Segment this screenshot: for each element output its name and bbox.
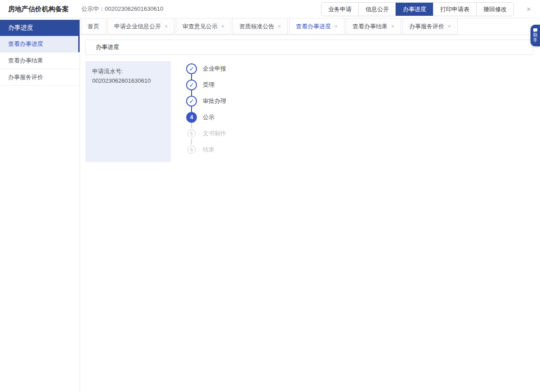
nav-button-progress[interactable]: 办事进度: [395, 2, 433, 16]
nav-button-business-apply[interactable]: 业务申请: [321, 3, 358, 16]
serial-number-label: 申请流水号:: [92, 67, 164, 76]
tab-close-icon[interactable]: ×: [221, 24, 224, 29]
step-check-icon: ✓: [186, 80, 197, 90]
step-connector: [191, 107, 192, 112]
serial-number-panel: 申请流水号: 002023062601630610: [85, 61, 171, 162]
app-title: 房地产估价机构备案: [8, 5, 69, 13]
tab-apply-company-info[interactable]: 申请企业信息公开 ×: [107, 18, 174, 35]
main-area: 首页 申请企业信息公开 × 审查意见公示 × 资质核准公告 × 查看办事进度 ×: [80, 18, 540, 392]
step-label: 结束: [203, 146, 214, 154]
assistant-button[interactable]: 助手: [531, 25, 540, 46]
tab-label: 申请企业信息公开: [114, 22, 161, 31]
serial-number-value: 002023062601630610: [92, 76, 164, 86]
step-label: 受理: [203, 81, 214, 89]
tab-home[interactable]: 首页: [81, 18, 106, 35]
sidebar-item-view-progress[interactable]: 查看办事进度: [0, 36, 80, 53]
tab-close-icon[interactable]: ×: [391, 24, 394, 29]
nav-button-withdraw-modify[interactable]: 撤回修改: [476, 3, 513, 16]
sidebar-item-view-result[interactable]: 查看办事结果: [0, 53, 80, 69]
top-bar: 房地产估价机构备案 公示中：002023062601630610 业务申请 信息…: [0, 0, 540, 18]
nav-button-print-form[interactable]: 打印申请表: [433, 3, 476, 16]
step-label: 公示: [203, 113, 214, 121]
tab-bar: 首页 申请企业信息公开 × 审查意见公示 × 资质核准公告 × 查看办事进度 ×: [80, 18, 540, 35]
content-area: 办事进度 申请流水号: 002023062601630610 ✓ 企业申报: [80, 35, 540, 392]
step-acceptance: ✓ 受理: [186, 80, 226, 90]
tab-view-result[interactable]: 查看办事结果 ×: [346, 18, 401, 35]
step-label: 审批办理: [203, 97, 226, 105]
tab-view-progress[interactable]: 查看办事进度 ×: [289, 18, 344, 35]
tab-label: 查看办事结果: [353, 22, 388, 31]
step-public-notice: 4 公示: [186, 112, 226, 123]
step-connector: [191, 90, 192, 96]
main-layout: 办事进度 查看办事进度 查看办事结果 办事服务评价 首页 申请企业信息公开 × …: [0, 18, 540, 392]
tab-close-icon[interactable]: ×: [335, 24, 338, 29]
tab-label: 资质核准公告: [239, 22, 274, 31]
sidebar-title: 办事进度: [0, 20, 80, 36]
tab-label: 首页: [88, 22, 99, 31]
tab-close-icon[interactable]: ×: [165, 24, 168, 29]
step-number-badge: 5: [187, 129, 196, 138]
tab-close-icon[interactable]: ×: [448, 24, 451, 29]
step-connector: [191, 123, 192, 128]
app-window: 房地产估价机构备案 公示中：002023062601630610 业务申请 信息…: [0, 0, 540, 392]
step-check-icon: ✓: [186, 96, 197, 107]
status-text: 公示中：002023062601630610: [81, 5, 163, 13]
panel-title: 办事进度: [85, 40, 533, 55]
step-document-production: 5 文书制作: [186, 128, 226, 139]
tab-review-opinion[interactable]: 审查意见公示 ×: [176, 18, 231, 35]
progress-section: 申请流水号: 002023062601630610 ✓ 企业申报 ✓ 受理: [85, 61, 533, 162]
step-finish: 6 结束: [186, 144, 226, 155]
tab-label: 办事服务评价: [409, 22, 444, 31]
step-approval-processing: ✓ 审批办理: [186, 96, 226, 107]
step-label: 企业申报: [203, 65, 226, 73]
step-number-badge: 4: [186, 112, 197, 123]
step-number-badge: 6: [187, 146, 196, 154]
step-enterprise-declaration: ✓ 企业申报: [186, 63, 226, 74]
step-connector: [191, 74, 192, 80]
step-connector: [191, 139, 192, 144]
nav-button-info-public[interactable]: 信息公开: [358, 3, 396, 16]
progress-stepper: ✓ 企业申报 ✓ 受理 ✓ 审批办理: [186, 61, 226, 162]
tab-service-rating[interactable]: 办事服务评价 ×: [402, 18, 458, 35]
assistant-label: 助手: [533, 32, 538, 43]
sidebar: 办事进度 查看办事进度 查看办事结果 办事服务评价: [0, 18, 80, 392]
sidebar-item-service-rating[interactable]: 办事服务评价: [0, 69, 80, 86]
close-icon[interactable]: ×: [525, 4, 533, 14]
tab-close-icon[interactable]: ×: [278, 24, 281, 29]
top-nav-button-group: 业务申请 信息公开 办事进度 打印申请表 撤回修改: [321, 2, 514, 16]
step-check-icon: ✓: [186, 63, 197, 74]
tab-label: 查看办事进度: [296, 22, 331, 31]
chat-bubble-icon: [533, 28, 537, 31]
step-label: 文书制作: [203, 129, 226, 138]
tab-qualification-notice[interactable]: 资质核准公告 ×: [232, 18, 288, 35]
tab-label: 审查意见公示: [183, 22, 218, 31]
